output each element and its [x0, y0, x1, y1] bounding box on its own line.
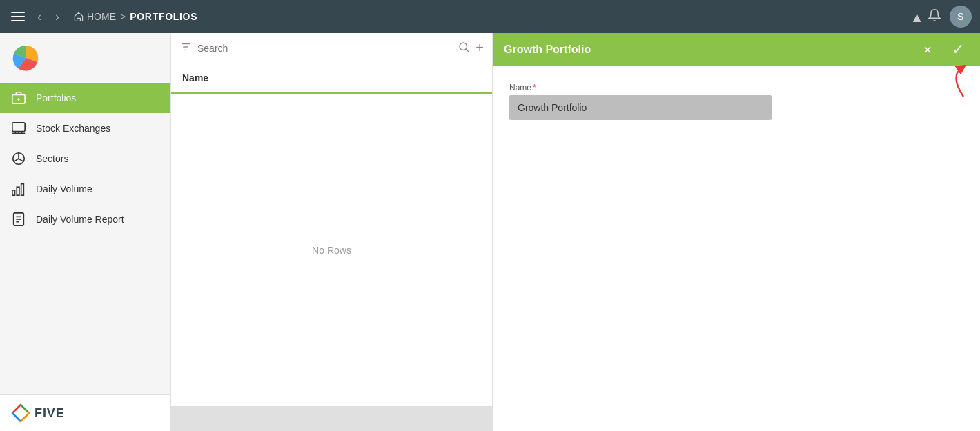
panel-body: Name *	[493, 66, 980, 431]
svg-rect-4	[12, 123, 25, 132]
menu-button[interactable]	[8, 9, 28, 24]
stock-exchanges-label: Stock Exchanges	[36, 123, 110, 134]
svg-line-25	[467, 49, 469, 52]
back-button[interactable]: ‹	[33, 7, 46, 27]
user-avatar[interactable]: S	[950, 6, 972, 28]
search-bar: +	[171, 33, 492, 63]
topnav: ‹ › HOME > PORTFOLIOS ▲ S	[0, 0, 980, 33]
current-page-label: PORTFOLIOS	[130, 11, 197, 22]
svg-point-24	[460, 43, 467, 50]
panel-title: Growth Portfolio	[504, 43, 908, 56]
five-logo: FIVE	[11, 403, 65, 423]
sidebar-item-portfolios[interactable]: Portfolios	[0, 83, 170, 113]
sidebar: Portfolios Stock Exchanges	[0, 33, 171, 431]
svg-line-20	[21, 413, 29, 421]
sidebar-item-sectors[interactable]: Sectors	[0, 143, 170, 174]
sidebar-nav: Portfolios Stock Exchanges	[0, 83, 170, 394]
table-body: No Rows	[171, 94, 492, 406]
svg-line-19	[12, 413, 21, 421]
name-column-header: Name	[182, 72, 208, 83]
table-header: Name	[171, 63, 492, 94]
sectors-label: Sectors	[36, 153, 68, 164]
sidebar-item-daily-volume-report[interactable]: Daily Volume Report	[0, 204, 170, 234]
table-footer	[171, 406, 492, 431]
breadcrumb-separator: >	[120, 11, 126, 22]
home-label: HOME	[87, 11, 116, 22]
name-required-indicator: *	[533, 83, 536, 92]
empty-rows-message: No Rows	[312, 245, 351, 256]
portfolios-label: Portfolios	[36, 92, 76, 103]
name-input[interactable]	[509, 95, 772, 120]
svg-rect-12	[21, 184, 24, 196]
add-button[interactable]: +	[476, 40, 484, 56]
sidebar-item-daily-volume[interactable]: Daily Volume	[0, 174, 170, 204]
filter-icon	[179, 41, 192, 56]
search-input[interactable]	[197, 43, 452, 54]
panel-confirm-button[interactable]: ✓	[947, 39, 969, 61]
name-field-label: Name *	[509, 83, 963, 92]
svg-rect-10	[12, 190, 15, 195]
main-content: + Name No Rows	[171, 33, 493, 431]
right-panel: Growth Portfolio × ✓ Name *	[493, 33, 980, 431]
daily-volume-report-label: Daily Volume Report	[36, 214, 124, 225]
main-layout: Portfolios Stock Exchanges	[0, 33, 980, 431]
svg-rect-11	[17, 187, 19, 195]
five-logo-text: FIVE	[35, 406, 65, 421]
svg-line-17	[12, 405, 21, 413]
name-field: Name *	[509, 83, 963, 120]
home-link[interactable]: HOME	[73, 11, 116, 22]
daily-volume-label: Daily Volume	[36, 183, 92, 194]
panel-close-button[interactable]: ×	[917, 39, 939, 61]
breadcrumb: HOME > PORTFOLIOS	[73, 11, 197, 22]
topnav-right: ▲ S	[910, 6, 972, 28]
sidebar-logo	[0, 33, 170, 83]
sidebar-item-stock-exchanges[interactable]: Stock Exchanges	[0, 113, 170, 143]
panel-header: Growth Portfolio × ✓	[493, 33, 980, 66]
svg-line-18	[21, 405, 29, 413]
notification-bell-icon[interactable]: ▲	[910, 8, 941, 26]
search-button[interactable]	[458, 41, 470, 56]
forward-button[interactable]: ›	[51, 7, 63, 27]
sidebar-footer: FIVE	[0, 394, 170, 431]
